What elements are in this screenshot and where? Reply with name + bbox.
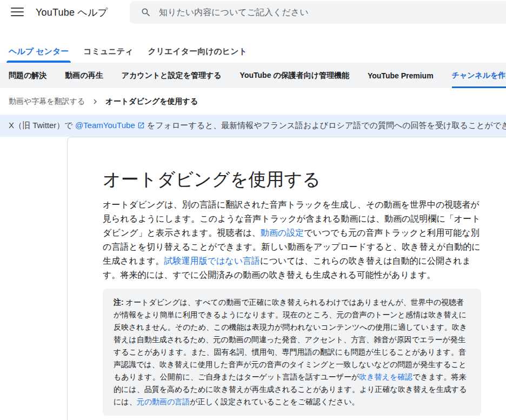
product-tabs: ヘルプ センター コミュニティ クリエイター向けのヒント xyxy=(0,35,506,63)
banner-text-after: をフォローすると、最新情報やフランス語およびロシア語での質問への回答を受け取るこ… xyxy=(145,121,506,130)
top-app-bar: YouTube ヘルプ 知りたい内容についてご記入ください xyxy=(0,0,506,35)
search-input[interactable]: 知りたい内容についてご記入ください xyxy=(130,1,506,24)
non-experimental-languages-link[interactable]: 試験運用版ではない言語 xyxy=(164,256,261,265)
announcement-banner: X（旧 Twitter）で @TeamYouTube をフォローすると、最新情報… xyxy=(0,115,506,137)
article-intro: オートダビングは、別の言語に翻訳された音声トラックを生成し、その動画を世界中の視… xyxy=(103,198,481,282)
search-icon xyxy=(141,7,151,18)
breadcrumb: 動画や字幕を翻訳する オートダビングを使用する xyxy=(0,88,506,115)
tab-help-center[interactable]: ヘルプ センター xyxy=(9,35,69,63)
tab-creator-tips[interactable]: クリエイター向けのヒント xyxy=(148,35,247,63)
note-text: オートダビングは、すべての動画で正確に吹き替えられるわけではありませんが、世界中… xyxy=(114,298,467,381)
nav-item-parental-controls[interactable]: YouTube の保護者向け管理機能 xyxy=(240,63,349,88)
nav-item-watch-videos[interactable]: 動画の再生 xyxy=(65,63,103,88)
team-youtube-link[interactable]: @TeamYouTube xyxy=(75,121,135,130)
check-dub-link[interactable]: 吹き替えを確認 xyxy=(359,372,412,381)
nav-item-youtube-premium[interactable]: YouTube Premium xyxy=(368,63,434,88)
article-card: オートダビングを使用する オートダビングは、別の言語に翻訳された音声トラックを生… xyxy=(67,137,506,420)
menu-icon[interactable] xyxy=(11,5,24,18)
note-label: 注: xyxy=(114,298,124,306)
note-text: が正しく設定されていることをご確認ください。 xyxy=(190,397,359,406)
open-in-new-icon xyxy=(137,122,145,131)
search-placeholder: 知りたい内容についてご記入ください xyxy=(159,7,309,18)
nav-item-manage-account[interactable]: アカウントと設定を管理する xyxy=(122,63,222,88)
original-video-language-link[interactable]: 元の動画の言語 xyxy=(137,397,190,406)
tab-community[interactable]: コミュニティ xyxy=(83,35,133,63)
nav-item-create-channel[interactable]: チャンネルを作成 xyxy=(452,63,506,88)
breadcrumb-current: オートダビングを使用する xyxy=(105,97,198,106)
app-title[interactable]: YouTube ヘルプ xyxy=(36,6,108,19)
article-title: オートダビングを使用する xyxy=(103,169,506,190)
breadcrumb-parent-link[interactable]: 動画や字幕を翻訳する xyxy=(9,97,85,106)
nav-item-troubleshoot[interactable]: 問題の解決 xyxy=(9,63,46,88)
banner-text-before: X（旧 Twitter）で xyxy=(9,121,75,130)
note-box: 注: オートダビングは、すべての動画で正確に吹き替えられるわけではありませんが、… xyxy=(103,289,481,416)
chevron-right-icon xyxy=(90,97,100,106)
banner-text: X（旧 Twitter）で @TeamYouTube をフォローすると、最新情報… xyxy=(9,121,506,131)
video-settings-link[interactable]: 動画の設定 xyxy=(261,228,304,237)
category-nav: 問題の解決 動画の再生 アカウントと設定を管理する YouTube の保護者向け… xyxy=(0,63,506,88)
